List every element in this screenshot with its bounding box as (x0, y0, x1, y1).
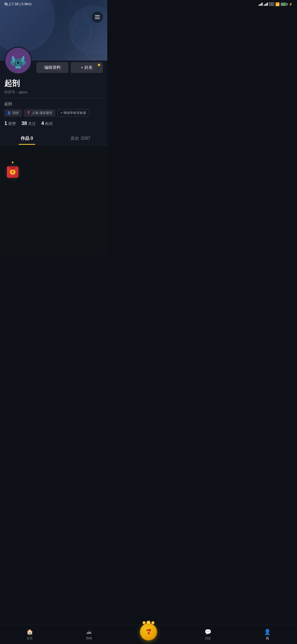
action-buttons: 编辑资料 + 好友 (36, 62, 103, 73)
likes-count: 1 (4, 121, 7, 126)
red-envelope-widget[interactable]: ¥ (4, 162, 21, 180)
svg-rect-7 (16, 59, 19, 60)
notification-dot (98, 64, 100, 66)
age-tag: 👤 26岁 (4, 109, 22, 117)
fans-label: 粉丝 (45, 121, 53, 126)
profile-tags: 👤 26岁 📍 上海·浦东新区 + 增加学校等标签 (4, 109, 103, 117)
stats-row: 1 获赞 38 关注 4 粉丝 (4, 121, 103, 126)
edit-profile-button[interactable]: 编辑资料 (36, 62, 68, 73)
svg-point-6 (17, 62, 19, 64)
tab-likes[interactable]: 喜欢 2097 (54, 132, 107, 145)
re-flap (7, 166, 18, 170)
following-label: 关注 (28, 121, 36, 126)
add-tag-button[interactable]: + 增加学校等标签 (57, 109, 89, 117)
add-friend-button[interactable]: + 好友 (71, 62, 103, 73)
status-bar: 晚上7:38 | 5.9K/s HD 📶 ⚡ (0, 0, 107, 8)
status-time: 晚上7:38 | 5.9K/s (4, 2, 32, 7)
tab-likes-label: 喜欢 2097 (70, 136, 90, 141)
content-area: ¥ (0, 145, 107, 255)
person-icon: 👤 (7, 111, 11, 115)
fans-stat[interactable]: 4 粉丝 (41, 121, 53, 126)
location-label: 上海·浦东新区 (32, 111, 52, 115)
fans-count: 4 (41, 121, 44, 126)
following-stat[interactable]: 38 关注 (21, 121, 36, 126)
re-dot (12, 162, 13, 163)
likes-stat[interactable]: 1 获赞 (4, 121, 16, 126)
yen-symbol: ¥ (10, 169, 15, 175)
douyin-id: 抖音号：qipou (4, 90, 103, 95)
following-count: 38 (21, 121, 27, 126)
location-tag: 📍 上海·浦东新区 (24, 109, 55, 117)
location-icon: 📍 (27, 111, 31, 115)
bio-text: 起剖 (4, 102, 103, 107)
content-tabs: 作品 0 喜欢 2097 (0, 132, 107, 145)
username: 起剖 (4, 78, 103, 89)
avatar[interactable] (4, 47, 32, 74)
tab-works-label: 作品 0 (21, 136, 33, 141)
likes-label: 获赞 (8, 121, 16, 126)
avatar-image (6, 48, 31, 73)
tab-underline (19, 144, 35, 145)
menu-button[interactable] (92, 12, 103, 23)
add-tag-label: + 增加学校等标签 (61, 111, 86, 115)
divider (4, 98, 103, 98)
age-label: 26岁 (12, 111, 19, 115)
red-envelope-icon: ¥ (7, 166, 18, 178)
add-friend-label: + 好友 (81, 65, 93, 70)
tab-works[interactable]: 作品 0 (0, 132, 54, 145)
re-icon-wrapper: ¥ (4, 164, 21, 180)
